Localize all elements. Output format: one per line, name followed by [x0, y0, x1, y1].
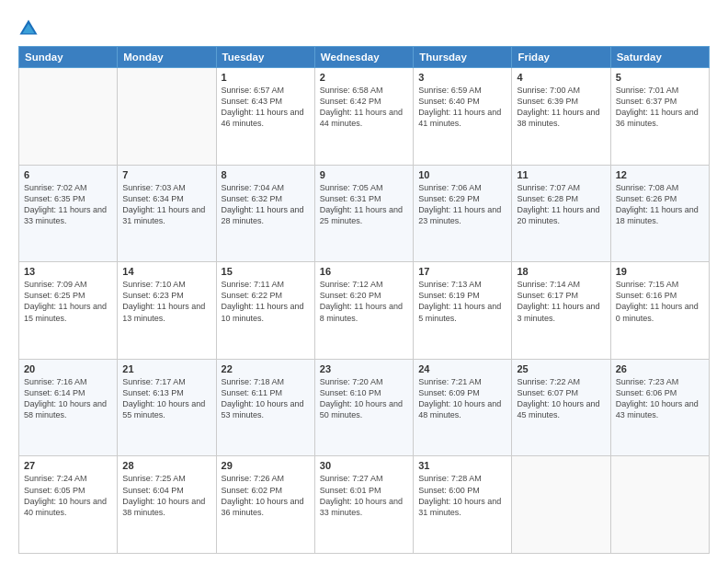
day-number: 3 — [418, 72, 506, 83]
calendar-cell: 10Sunrise: 7:06 AM Sunset: 6:29 PM Dayli… — [414, 165, 512, 262]
day-content: Sunrise: 6:58 AM Sunset: 6:42 PM Dayligh… — [320, 85, 408, 130]
day-content: Sunrise: 7:07 AM Sunset: 6:28 PM Dayligh… — [517, 182, 605, 227]
day-content: Sunrise: 7:26 AM Sunset: 6:02 PM Dayligh… — [222, 473, 310, 518]
day-number: 21 — [122, 363, 210, 374]
day-content: Sunrise: 7:12 AM Sunset: 6:20 PM Dayligh… — [320, 279, 408, 324]
day-number: 9 — [320, 169, 408, 180]
calendar-cell: 15Sunrise: 7:11 AM Sunset: 6:22 PM Dayli… — [216, 262, 314, 360]
calendar-cell: 19Sunrise: 7:15 AM Sunset: 6:16 PM Dayli… — [610, 262, 709, 360]
day-content: Sunrise: 7:04 AM Sunset: 6:32 PM Dayligh… — [222, 182, 310, 227]
day-number: 20 — [24, 363, 112, 374]
day-number: 2 — [320, 72, 408, 83]
calendar-cell: 22Sunrise: 7:18 AM Sunset: 6:11 PM Dayli… — [216, 359, 314, 456]
day-content: Sunrise: 7:09 AM Sunset: 6:25 PM Dayligh… — [24, 279, 112, 324]
calendar-week-row: 20Sunrise: 7:16 AM Sunset: 6:14 PM Dayli… — [19, 359, 710, 456]
calendar-week-row: 13Sunrise: 7:09 AM Sunset: 6:25 PM Dayli… — [19, 262, 710, 360]
calendar-cell: 28Sunrise: 7:25 AM Sunset: 6:04 PM Dayli… — [118, 456, 216, 554]
calendar-week-row: 1Sunrise: 6:57 AM Sunset: 6:43 PM Daylig… — [19, 68, 710, 166]
day-content: Sunrise: 6:59 AM Sunset: 6:40 PM Dayligh… — [418, 85, 506, 130]
header — [18, 15, 710, 39]
day-number: 26 — [616, 363, 704, 374]
calendar-cell: 14Sunrise: 7:10 AM Sunset: 6:23 PM Dayli… — [118, 262, 216, 360]
calendar-cell: 5Sunrise: 7:01 AM Sunset: 6:37 PM Daylig… — [610, 68, 709, 166]
day-number: 25 — [517, 363, 605, 374]
calendar-cell: 12Sunrise: 7:08 AM Sunset: 6:26 PM Dayli… — [610, 165, 709, 262]
calendar-cell: 27Sunrise: 7:24 AM Sunset: 6:05 PM Dayli… — [19, 456, 118, 554]
day-content: Sunrise: 7:23 AM Sunset: 6:06 PM Dayligh… — [616, 376, 704, 421]
day-number: 24 — [418, 363, 506, 374]
calendar-cell: 24Sunrise: 7:21 AM Sunset: 6:09 PM Dayli… — [414, 359, 512, 456]
calendar-table: SundayMondayTuesdayWednesdayThursdayFrid… — [18, 46, 710, 554]
calendar-cell — [610, 456, 709, 554]
day-number: 31 — [418, 460, 506, 471]
calendar-week-row: 27Sunrise: 7:24 AM Sunset: 6:05 PM Dayli… — [19, 456, 710, 554]
calendar-cell: 1Sunrise: 6:57 AM Sunset: 6:43 PM Daylig… — [216, 68, 314, 166]
day-content: Sunrise: 7:25 AM Sunset: 6:04 PM Dayligh… — [122, 473, 210, 518]
day-number: 12 — [616, 169, 704, 180]
day-content: Sunrise: 7:08 AM Sunset: 6:26 PM Dayligh… — [616, 182, 704, 227]
calendar-cell — [19, 68, 118, 166]
calendar-cell: 25Sunrise: 7:22 AM Sunset: 6:07 PM Dayli… — [512, 359, 610, 456]
day-number: 23 — [320, 363, 408, 374]
day-content: Sunrise: 7:27 AM Sunset: 6:01 PM Dayligh… — [320, 473, 408, 518]
calendar-cell: 20Sunrise: 7:16 AM Sunset: 6:14 PM Dayli… — [19, 359, 118, 456]
calendar-cell — [118, 68, 216, 166]
calendar-cell: 2Sunrise: 6:58 AM Sunset: 6:42 PM Daylig… — [314, 68, 413, 166]
calendar-cell: 29Sunrise: 7:26 AM Sunset: 6:02 PM Dayli… — [216, 456, 314, 554]
calendar-cell: 11Sunrise: 7:07 AM Sunset: 6:28 PM Dayli… — [512, 165, 610, 262]
day-content: Sunrise: 7:24 AM Sunset: 6:05 PM Dayligh… — [24, 473, 112, 518]
calendar-cell: 23Sunrise: 7:20 AM Sunset: 6:10 PM Dayli… — [314, 359, 413, 456]
day-content: Sunrise: 7:11 AM Sunset: 6:22 PM Dayligh… — [222, 279, 310, 324]
day-content: Sunrise: 7:28 AM Sunset: 6:00 PM Dayligh… — [418, 473, 506, 518]
calendar-cell: 16Sunrise: 7:12 AM Sunset: 6:20 PM Dayli… — [314, 262, 413, 360]
day-of-week-header: Wednesday — [314, 47, 413, 68]
calendar-cell: 13Sunrise: 7:09 AM Sunset: 6:25 PM Dayli… — [19, 262, 118, 360]
day-content: Sunrise: 7:15 AM Sunset: 6:16 PM Dayligh… — [616, 279, 704, 324]
day-of-week-header: Thursday — [414, 47, 512, 68]
calendar-cell — [512, 456, 610, 554]
day-content: Sunrise: 7:01 AM Sunset: 6:37 PM Dayligh… — [616, 85, 704, 130]
day-number: 18 — [517, 266, 605, 277]
calendar-cell: 21Sunrise: 7:17 AM Sunset: 6:13 PM Dayli… — [118, 359, 216, 456]
day-number: 13 — [24, 266, 112, 277]
calendar-cell: 26Sunrise: 7:23 AM Sunset: 6:06 PM Dayli… — [610, 359, 709, 456]
calendar-cell: 18Sunrise: 7:14 AM Sunset: 6:17 PM Dayli… — [512, 262, 610, 360]
day-number: 7 — [122, 169, 210, 180]
calendar-header-row: SundayMondayTuesdayWednesdayThursdayFrid… — [19, 47, 710, 68]
day-content: Sunrise: 7:22 AM Sunset: 6:07 PM Dayligh… — [517, 376, 605, 421]
day-number: 28 — [122, 460, 210, 471]
day-content: Sunrise: 7:02 AM Sunset: 6:35 PM Dayligh… — [24, 182, 112, 227]
day-number: 22 — [222, 363, 310, 374]
day-content: Sunrise: 7:05 AM Sunset: 6:31 PM Dayligh… — [320, 182, 408, 227]
day-number: 14 — [122, 266, 210, 277]
day-number: 29 — [222, 460, 310, 471]
day-content: Sunrise: 7:10 AM Sunset: 6:23 PM Dayligh… — [122, 279, 210, 324]
day-content: Sunrise: 7:21 AM Sunset: 6:09 PM Dayligh… — [418, 376, 506, 421]
calendar-page: SundayMondayTuesdayWednesdayThursdayFrid… — [0, 0, 728, 563]
calendar-cell: 3Sunrise: 6:59 AM Sunset: 6:40 PM Daylig… — [414, 68, 512, 166]
calendar-cell: 8Sunrise: 7:04 AM Sunset: 6:32 PM Daylig… — [216, 165, 314, 262]
day-of-week-header: Tuesday — [216, 47, 314, 68]
calendar-cell: 6Sunrise: 7:02 AM Sunset: 6:35 PM Daylig… — [19, 165, 118, 262]
day-content: Sunrise: 7:03 AM Sunset: 6:34 PM Dayligh… — [122, 182, 210, 227]
day-number: 19 — [616, 266, 704, 277]
calendar-week-row: 6Sunrise: 7:02 AM Sunset: 6:35 PM Daylig… — [19, 165, 710, 262]
calendar-cell: 4Sunrise: 7:00 AM Sunset: 6:39 PM Daylig… — [512, 68, 610, 166]
day-number: 16 — [320, 266, 408, 277]
day-content: Sunrise: 7:14 AM Sunset: 6:17 PM Dayligh… — [517, 279, 605, 324]
calendar-cell: 17Sunrise: 7:13 AM Sunset: 6:19 PM Dayli… — [414, 262, 512, 360]
day-content: Sunrise: 7:20 AM Sunset: 6:10 PM Dayligh… — [320, 376, 408, 421]
calendar-cell: 30Sunrise: 7:27 AM Sunset: 6:01 PM Dayli… — [314, 456, 413, 554]
day-content: Sunrise: 7:00 AM Sunset: 6:39 PM Dayligh… — [517, 85, 605, 130]
day-content: Sunrise: 7:18 AM Sunset: 6:11 PM Dayligh… — [222, 376, 310, 421]
day-of-week-header: Sunday — [19, 47, 118, 68]
day-number: 11 — [517, 169, 605, 180]
day-number: 17 — [418, 266, 506, 277]
logo-icon — [18, 18, 39, 39]
day-number: 1 — [222, 72, 310, 83]
day-number: 10 — [418, 169, 506, 180]
day-number: 30 — [320, 460, 408, 471]
calendar-cell: 31Sunrise: 7:28 AM Sunset: 6:00 PM Dayli… — [414, 456, 512, 554]
day-of-week-header: Saturday — [610, 47, 709, 68]
day-number: 5 — [616, 72, 704, 83]
